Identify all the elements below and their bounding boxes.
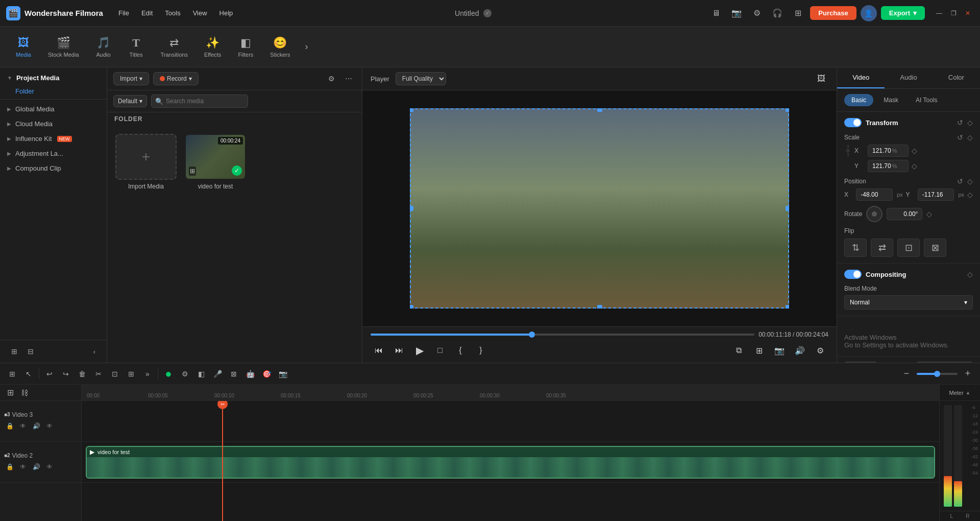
- monitor-icon[interactable]: 🖥: [708, 5, 724, 21]
- track-3-eye-icon[interactable]: 👁: [17, 420, 29, 432]
- insert-button[interactable]: ⊞: [751, 342, 767, 359]
- multi-select-button[interactable]: ⊡: [108, 367, 122, 381]
- export-frame-button[interactable]: ⊠: [227, 367, 241, 381]
- quality-select[interactable]: Full Quality: [396, 72, 446, 85]
- track-3-mute-icon[interactable]: 👁: [44, 420, 55, 432]
- compositing-toggle[interactable]: [844, 270, 862, 279]
- scale-keyframe-icon[interactable]: ◇: [967, 133, 973, 141]
- zoom-in-button[interactable]: +: [961, 367, 975, 381]
- transform-toggle[interactable]: [844, 118, 862, 127]
- menu-view[interactable]: View: [188, 7, 212, 19]
- toolbar-transitions[interactable]: ⇄ Transitions: [154, 33, 195, 61]
- rotate-dial[interactable]: [866, 206, 883, 222]
- settings2-button[interactable]: ⚙: [812, 342, 828, 359]
- add-folder-button[interactable]: ⊞: [7, 344, 21, 359]
- headphones-icon[interactable]: 🎧: [769, 5, 786, 21]
- toolbar-more-button[interactable]: ›: [299, 37, 313, 57]
- flip-btn4[interactable]: ⊠: [924, 239, 946, 257]
- collapse-panel-button[interactable]: ‹: [89, 344, 100, 359]
- motion-track-button[interactable]: 🎯: [259, 367, 274, 381]
- screenshot-button[interactable]: 📷: [276, 367, 290, 381]
- compositing-keyframe-icon[interactable]: ◇: [967, 270, 973, 278]
- toolbar-media[interactable]: 🖼 Media: [8, 33, 39, 61]
- track-3-audio-icon[interactable]: 🔊: [31, 420, 42, 432]
- toolbar-stickers[interactable]: 😊 Stickers: [263, 33, 297, 61]
- menu-help[interactable]: Help: [214, 7, 238, 19]
- position-keyframe-icon[interactable]: ◇: [967, 177, 973, 185]
- toolbar-titles[interactable]: T Titles: [121, 33, 152, 61]
- flip-horizontal-button[interactable]: ⇅: [844, 239, 867, 257]
- toolbar-filters[interactable]: ◧ Filters: [230, 33, 261, 61]
- transform-reset-icon[interactable]: ↺: [957, 119, 963, 127]
- progress-thumb[interactable]: [529, 331, 535, 338]
- gallery-icon[interactable]: 🖼: [814, 72, 828, 86]
- redo-button[interactable]: ↪: [59, 367, 73, 381]
- toolbar-audio[interactable]: 🎵 Audio: [88, 33, 119, 61]
- video-clip[interactable]: ▶ video for test: [86, 446, 935, 479]
- blend-mode-select[interactable]: Normal ▾: [844, 295, 973, 310]
- menu-tools[interactable]: Tools: [160, 7, 185, 19]
- rotate-keyframe-icon[interactable]: ◇: [926, 210, 932, 218]
- scale-reset-icon[interactable]: ↺: [957, 133, 963, 141]
- extend-button[interactable]: »: [140, 367, 155, 381]
- transform-keyframe-icon[interactable]: ◇: [967, 119, 973, 127]
- sidebar-item-project-media[interactable]: ▼ Project Media: [0, 70, 107, 85]
- track-2-lock-icon[interactable]: 🔒: [4, 461, 15, 472]
- settings-icon[interactable]: ⚙: [749, 5, 765, 21]
- minimize-button[interactable]: —: [933, 7, 945, 19]
- ai-motion-button[interactable]: 🤖: [243, 367, 257, 381]
- zoom-out-button[interactable]: −: [899, 367, 914, 381]
- export-button[interactable]: Export ▾: [881, 6, 925, 20]
- skip-back-button[interactable]: ⏮: [371, 342, 387, 359]
- zoom-slider[interactable]: [917, 373, 958, 375]
- subtab-basic[interactable]: Basic: [844, 94, 873, 106]
- crop-button[interactable]: ⊞: [124, 367, 138, 381]
- menu-edit[interactable]: Edit: [136, 7, 158, 19]
- position-xy-keyframe-icon[interactable]: ◇: [967, 191, 973, 199]
- position-x-value[interactable]: -48.00: [856, 188, 893, 201]
- select-tool-button[interactable]: ↖: [21, 367, 36, 381]
- add-video-track-button[interactable]: ⊞: [4, 387, 16, 399]
- timeline-ruler[interactable]: 00:00 00:00:05 00:00:10 00:00:15 00:00:2…: [82, 385, 939, 401]
- audio-detach-button[interactable]: ◧: [194, 367, 208, 381]
- subtab-ai-tools[interactable]: AI Tools: [909, 94, 944, 106]
- sidebar-item-global-media[interactable]: ▶ Global Media: [0, 102, 107, 116]
- sidebar-item-compound-clip[interactable]: ▶ Compound Clip: [0, 161, 107, 176]
- scale-x-value[interactable]: 121.70 %: [868, 145, 909, 157]
- scale-x-keyframe-icon[interactable]: ◇: [912, 147, 917, 155]
- import-button[interactable]: Import ▾: [113, 72, 149, 85]
- toolbar-stock-media[interactable]: 🎬 Stock Media: [41, 33, 86, 61]
- track-2-eye-icon[interactable]: 👁: [17, 461, 29, 472]
- progress-bar[interactable]: [371, 334, 754, 336]
- meter-header[interactable]: Meter ▲: [940, 385, 980, 401]
- sidebar-item-adjustment-layer[interactable]: ▶ Adjustment La...: [0, 146, 107, 161]
- scale-y-keyframe-icon[interactable]: ◇: [912, 162, 917, 170]
- more-options-button[interactable]: ⋯: [341, 72, 356, 86]
- user-avatar-icon[interactable]: 👤: [861, 5, 877, 21]
- play-button[interactable]: ▶: [411, 342, 428, 359]
- close-button[interactable]: ✕: [962, 7, 974, 19]
- filter-sort-button[interactable]: ⚙: [324, 72, 338, 86]
- loop-button[interactable]: □: [432, 342, 448, 359]
- position-reset-icon[interactable]: ↺: [957, 177, 963, 185]
- track-3-lock-icon[interactable]: 🔒: [4, 420, 15, 432]
- flip-vertical-button[interactable]: ⇄: [871, 239, 893, 257]
- flip-btn3[interactable]: ⊡: [897, 239, 920, 257]
- grid-icon[interactable]: ⊞: [790, 5, 806, 21]
- sidebar-item-cloud-media[interactable]: ▶ Cloud Media: [0, 116, 107, 131]
- import-media-button[interactable]: +: [115, 134, 177, 180]
- position-y-value[interactable]: -117.16: [918, 188, 954, 201]
- rotate-value[interactable]: 0.00°: [887, 208, 922, 220]
- camera-icon[interactable]: 📷: [728, 5, 745, 21]
- subtab-mask[interactable]: Mask: [876, 94, 905, 106]
- menu-file[interactable]: File: [113, 7, 134, 19]
- zoom-thumb[interactable]: [934, 371, 940, 377]
- link-tracks-button[interactable]: ⛓: [18, 387, 31, 399]
- undo-button[interactable]: ↩: [42, 367, 57, 381]
- sidebar-item-influence-kit[interactable]: ▶ Influence Kit NEW: [0, 131, 107, 146]
- toolbar-effects[interactable]: ✨ Effects: [197, 33, 228, 61]
- split-clip-button[interactable]: ✂: [91, 367, 106, 381]
- tab-audio[interactable]: Audio: [885, 67, 932, 88]
- delete-button[interactable]: 🗑: [75, 367, 89, 381]
- step-back-button[interactable]: ⏭: [391, 342, 407, 359]
